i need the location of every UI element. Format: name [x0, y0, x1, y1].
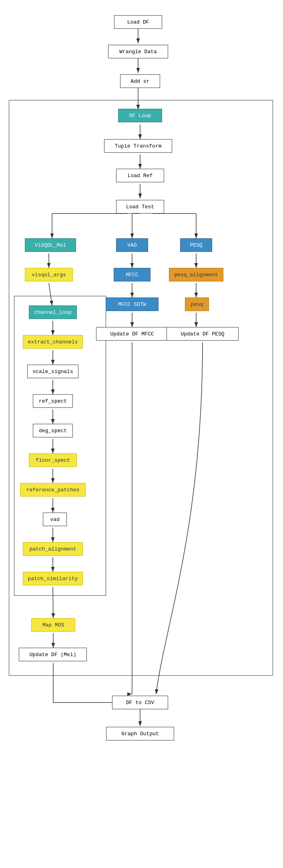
update-df-mfcc-node: Update DF MFCC	[96, 327, 168, 341]
update-df-pesq-node: Update DF PESQ	[167, 327, 239, 341]
add-sr-node: Add sr	[120, 74, 160, 88]
pesq-node: PESQ	[180, 238, 212, 252]
patch-alignment-node: patch_alignment	[23, 542, 83, 556]
extract-channels-node: extract_channels	[23, 335, 83, 349]
map-mos-node: Map MOS	[31, 618, 75, 632]
channel-loop-node: channel_loop	[29, 305, 77, 319]
update-df-mel-node: Update DF (Mel)	[19, 648, 87, 661]
mfcc-node: MFCC	[114, 268, 151, 281]
visqol-mel-node: ViSQOL_Mel	[25, 238, 76, 252]
patch-similarity-node: patch_similarity	[23, 572, 83, 585]
df-to-csv-node: DF to CSV	[112, 696, 168, 709]
load-ref-node: Load Ref	[116, 169, 164, 182]
ref-spect-node: ref_spect	[33, 394, 73, 408]
df-loop-node: DF Loop	[118, 109, 162, 122]
deg-spect-node: deg_spect	[33, 424, 73, 437]
mfcc-sdtw-node: MFCC SDTW	[106, 297, 159, 311]
tuple-transform-node: Tuple Transform	[104, 139, 172, 153]
load-df-node: Load DF	[114, 15, 162, 29]
graph-output-node: Graph Output	[106, 727, 174, 740]
scale-signals-node: scale_signals	[27, 365, 78, 378]
reference-patches-node: reference_patches	[20, 483, 86, 497]
floor-spect-node: floor_spect	[29, 453, 77, 467]
vad-inner-node: vad	[43, 513, 67, 526]
pesq2-node: pesq	[185, 297, 209, 311]
pesq-alignment-node: pesq_alignment	[169, 268, 223, 281]
load-test-node: Load Test	[116, 200, 164, 214]
visqol-args-node: visqol_args	[25, 268, 73, 281]
vad-node: VAD	[116, 238, 148, 252]
diagram: Load DF Wrangle Data Add sr DF Loop Tupl…	[0, 8, 283, 868]
wrangle-data-node: Wrangle Data	[108, 45, 168, 58]
